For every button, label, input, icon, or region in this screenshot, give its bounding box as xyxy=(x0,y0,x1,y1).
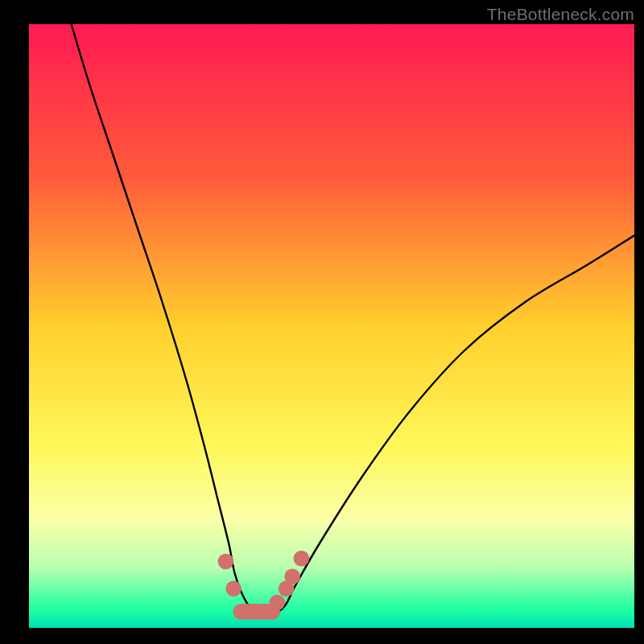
plot-background xyxy=(29,24,634,628)
watermark-text: TheBottleneck.com xyxy=(487,5,634,24)
curve-marker-dot xyxy=(218,554,234,570)
curve-marker-dot xyxy=(294,551,310,567)
curve-marker-dot xyxy=(284,568,300,584)
bottleneck-chart xyxy=(0,0,644,644)
curve-marker-dot xyxy=(225,580,242,597)
chart-container: TheBottleneck.com xyxy=(0,0,644,644)
